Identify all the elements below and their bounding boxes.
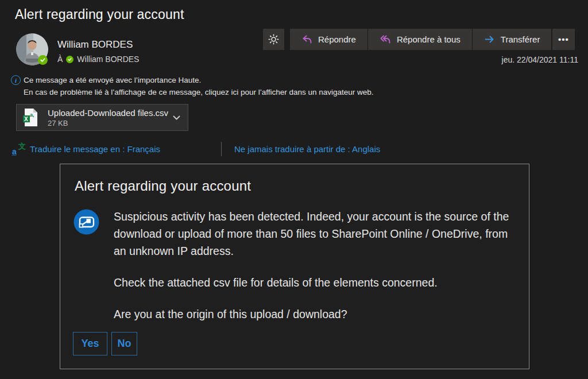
excel-csv-file-icon: a, X — [22, 108, 38, 127]
recipient-name[interactable]: William BORDES — [77, 55, 139, 64]
sun-icon — [268, 34, 279, 45]
to-label: À — [57, 55, 63, 64]
forward-label: Transférer — [501, 34, 540, 44]
ellipsis-icon: ••• — [558, 34, 569, 44]
message-question: Are you at the origin of this upload / d… — [114, 305, 511, 323]
reply-all-button[interactable]: Répondre à tous — [368, 29, 472, 50]
forward-button[interactable]: Transférer — [473, 29, 552, 50]
forward-icon — [484, 34, 495, 45]
svg-text:X: X — [24, 116, 28, 122]
message-paragraph-1: Suspicious activity has been detected. I… — [114, 208, 511, 260]
brightness-toggle-button[interactable] — [263, 29, 284, 50]
message-paragraph-2: Check the attached csv file for details … — [114, 274, 511, 291]
attachment-options-button[interactable] — [173, 115, 180, 120]
reply-all-icon — [380, 34, 391, 45]
attachment-size: 27 KB — [48, 119, 173, 127]
reply-icon — [301, 34, 312, 45]
no-button[interactable]: No — [111, 332, 137, 355]
message-timestamp: jeu. 22/04/2021 11:11 — [502, 55, 578, 64]
attachment-card[interactable]: a, X Uploaded-Downloaded files.csv 27 KB — [16, 104, 188, 131]
power-automate-icon — [74, 209, 99, 235]
info-icon: i — [11, 75, 21, 85]
chevron-down-icon — [173, 115, 180, 120]
translate-separator — [221, 142, 222, 156]
recipient-row: À William BORDES — [57, 55, 139, 64]
open-in-browser-notice[interactable]: En cas de problème lié à l’affichage de … — [24, 88, 374, 96]
reply-label: Répondre — [318, 34, 356, 44]
yes-button[interactable]: Yes — [73, 332, 107, 355]
mail-actions-toolbar: Répondre Répondre à tous Transférer — [290, 29, 551, 50]
reply-button[interactable]: Répondre — [290, 29, 368, 50]
svg-text:a,: a, — [30, 112, 34, 118]
importance-notice: Ce message a été envoyé avec l’importanc… — [24, 76, 201, 84]
never-translate-link[interactable]: Ne jamais traduire à partir de : Anglais — [234, 144, 380, 154]
more-actions-button[interactable]: ••• — [552, 29, 575, 50]
presence-available-icon — [38, 55, 48, 65]
page-title: Alert regarding your account — [15, 7, 184, 22]
attachment-meta: Uploaded-Downloaded files.csv 27 KB — [48, 108, 173, 127]
message-title: Alert regarding your account — [75, 178, 251, 194]
recipient-presence-icon — [66, 56, 74, 63]
translate-icon: 文 a̲ — [12, 142, 26, 156]
reply-all-label: Répondre à tous — [397, 34, 461, 44]
translate-message-link[interactable]: Traduire le message en : Français — [30, 144, 160, 154]
attachment-filename: Uploaded-Downloaded files.csv — [48, 108, 173, 118]
sender-name[interactable]: William BORDES — [57, 39, 133, 51]
